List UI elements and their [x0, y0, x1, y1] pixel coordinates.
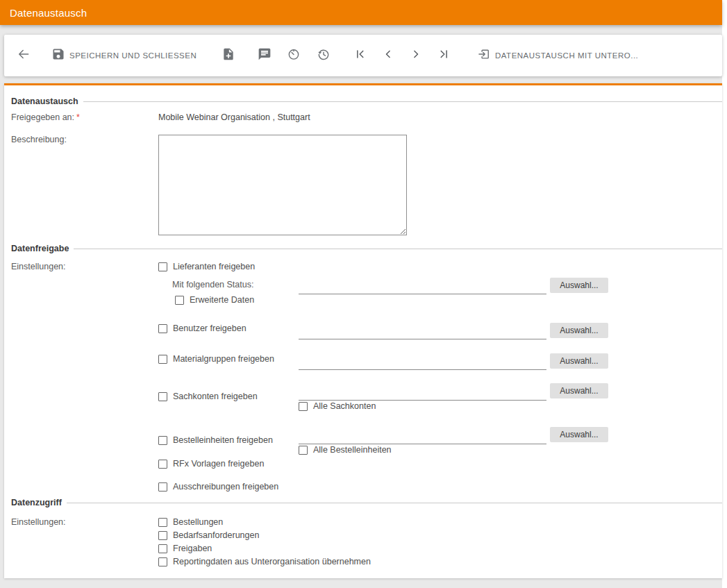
alle-sachkonten-row: Alle Sachkonten — [299, 401, 376, 411]
bestelleinheiten-input[interactable] — [299, 428, 546, 444]
page-title: Datenaustausch — [10, 7, 87, 19]
alle-bestelleinheiten-label: Alle Bestelleinheiten — [313, 445, 392, 455]
freigaben-row: Freigaben — [158, 544, 212, 553]
benutzer-checkbox[interactable] — [158, 324, 167, 333]
next-page-button[interactable] — [407, 47, 425, 65]
erweiterte-daten-label: Erweiterte Daten — [190, 295, 254, 305]
alle-bestelleinheiten-row: Alle Bestelleinheiten — [299, 445, 392, 455]
section-divider — [67, 503, 722, 503]
form-content: Datenaustausch Freigegeben an:* Mobile W… — [4, 83, 722, 578]
bestellungen-row: Bestellungen — [158, 517, 223, 527]
ausschreibungen-checkbox[interactable] — [158, 482, 167, 492]
last-page-icon — [437, 47, 451, 64]
bedarfsanforderungen-row: Bedarfsanforderungen — [158, 530, 259, 540]
section-divider — [83, 101, 722, 102]
section-header-datenfreigabe: Datenfreigabe — [11, 244, 722, 253]
required-marker: * — [76, 112, 80, 122]
scrollbar-track[interactable] — [722, 0, 727, 588]
bestellungen-checkbox[interactable] — [158, 518, 167, 527]
reportingdaten-row: Reportingdaten aus Unterorganisation übe… — [158, 557, 371, 566]
alle-sachkonten-label: Alle Sachkonten — [313, 401, 376, 411]
bestellungen-label: Bestellungen — [173, 517, 223, 527]
materialgruppen-checkbox[interactable] — [158, 355, 167, 364]
first-page-icon — [353, 47, 367, 64]
chevron-right-icon — [409, 47, 423, 64]
sachkonten-input[interactable] — [299, 384, 546, 401]
alle-sachkonten-checkbox[interactable] — [299, 402, 308, 411]
freigaben-checkbox[interactable] — [158, 544, 167, 553]
history-button[interactable] — [315, 47, 333, 65]
benutzer-label: Benutzer freigeben — [173, 324, 246, 333]
freigegeben-an-value: Mobile Webinar Organisation , Stuttgart — [158, 112, 310, 122]
timer-icon — [287, 47, 301, 64]
beschreibung-textarea[interactable] — [158, 135, 407, 235]
app-header: Datenaustausch — [0, 0, 722, 25]
sachkonten-auswahl-button[interactable]: Auswahl... — [550, 383, 608, 398]
materialgruppen-label: Materialgruppen freigeben — [173, 354, 274, 364]
section-header-datenzugriff: Datenzugriff — [11, 498, 722, 507]
comments-button[interactable] — [256, 47, 274, 65]
reportingdaten-label: Reportingdaten aus Unterorganisation übe… — [173, 557, 371, 566]
bedarfsanforderungen-checkbox[interactable] — [158, 531, 167, 540]
bestelleinheiten-auswahl-button[interactable]: Auswahl... — [550, 427, 608, 442]
bedarfsanforderungen-label: Bedarfsanforderungen — [173, 530, 259, 540]
note-add-button[interactable] — [219, 47, 237, 65]
bestelleinheiten-row: Bestelleinheiten freigeben — [158, 435, 273, 445]
ausschreibungen-row: Ausschreibungen freigeben — [158, 482, 278, 492]
benutzer-input[interactable] — [299, 323, 546, 339]
last-page-button[interactable] — [435, 47, 453, 65]
datenaustausch-page: Datenaustausch SPEICHERN UND SCHLIESSEN — [0, 0, 727, 588]
bestelleinheiten-checkbox[interactable] — [158, 436, 167, 445]
lieferanten-label: Lieferanten freigeben — [173, 262, 255, 271]
status-input[interactable] — [299, 278, 546, 294]
freigegeben-an-label: Freigegeben an:* — [11, 112, 80, 122]
related-object-label[interactable]: DATENAUSTAUSCH MIT UNTERO... — [495, 51, 638, 60]
sachkonten-row: Sachkonten freigeben — [158, 392, 258, 401]
einstellungen-label: Einstellungen: — [11, 517, 66, 527]
alle-bestelleinheiten-checkbox[interactable] — [299, 446, 308, 455]
rfx-vorlagen-label: RFx Vorlagen freigeben — [173, 459, 264, 469]
save-icon — [51, 47, 65, 64]
erweiterte-daten-checkbox[interactable] — [175, 296, 184, 305]
freigaben-label: Freigaben — [173, 544, 212, 553]
bestelleinheiten-label: Bestelleinheiten freigeben — [173, 435, 273, 445]
prev-page-button[interactable] — [379, 47, 397, 65]
note-add-icon — [222, 47, 235, 64]
benutzer-auswahl-button[interactable]: Auswahl... — [550, 323, 608, 338]
materialgruppen-row: Materialgruppen freigeben — [158, 354, 274, 364]
sachkonten-checkbox[interactable] — [158, 392, 167, 401]
reportingdaten-checkbox[interactable] — [158, 557, 167, 566]
einstellungen-label: Einstellungen: — [11, 262, 66, 271]
materialgruppen-input[interactable] — [299, 353, 546, 370]
toolbar: SPEICHERN UND SCHLIESSEN — [4, 35, 722, 76]
section-header-datenaustausch: Datenaustausch — [11, 96, 722, 106]
section-divider — [74, 249, 722, 249]
materialgruppen-auswahl-button[interactable]: Auswahl... — [550, 353, 608, 369]
save-and-close-button[interactable] — [49, 47, 67, 65]
chevron-left-icon — [381, 47, 395, 64]
status-label: Mit folgenden Status: — [172, 280, 253, 289]
input-icon — [477, 47, 491, 64]
sachkonten-label: Sachkonten freigeben — [173, 392, 258, 401]
history-icon — [317, 47, 331, 64]
section-title: Datenfreigabe — [11, 244, 69, 253]
lieferanten-row: Lieferanten freigeben — [158, 262, 255, 271]
erweiterte-daten-row: Erweiterte Daten — [175, 295, 254, 305]
rfx-vorlagen-row: RFx Vorlagen freigeben — [158, 459, 264, 469]
related-object-button[interactable] — [475, 47, 493, 65]
section-title: Datenaustausch — [11, 96, 78, 106]
beschreibung-label: Beschreibung: — [11, 135, 67, 144]
first-page-button[interactable] — [351, 47, 369, 65]
back-arrow-icon — [17, 47, 31, 64]
save-and-close-label[interactable]: SPEICHERN UND SCHLIESSEN — [69, 51, 197, 60]
comment-icon — [258, 47, 271, 64]
timer-button[interactable] — [285, 47, 303, 65]
section-title: Datenzugriff — [11, 498, 62, 507]
lieferanten-checkbox[interactable] — [158, 262, 167, 271]
status-auswahl-button[interactable]: Auswahl... — [550, 278, 608, 293]
benutzer-row: Benutzer freigeben — [158, 324, 246, 333]
back-button[interactable] — [15, 47, 33, 65]
ausschreibungen-label: Ausschreibungen freigeben — [173, 482, 278, 492]
rfx-vorlagen-checkbox[interactable] — [158, 460, 167, 469]
